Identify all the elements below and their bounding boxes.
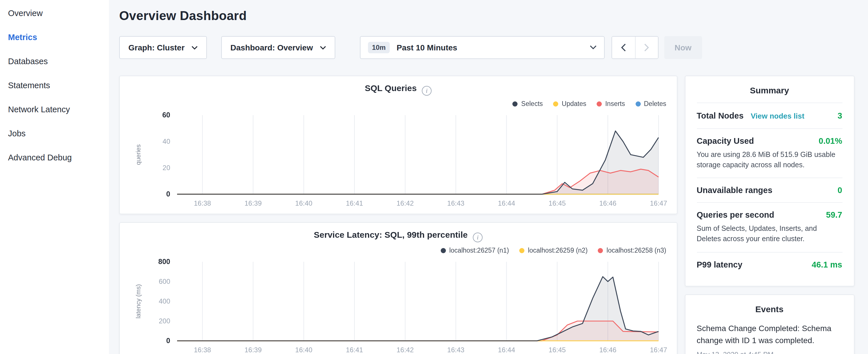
page-title: Overview Dashboard xyxy=(119,9,854,24)
svg-text:16:38: 16:38 xyxy=(194,199,211,207)
svg-text:600: 600 xyxy=(159,278,170,285)
svg-text:800: 800 xyxy=(158,257,170,265)
sidebar-item-statements[interactable]: Statements xyxy=(0,73,109,97)
sidebar-item-jobs[interactable]: Jobs xyxy=(0,122,109,146)
now-button[interactable]: Now xyxy=(664,36,702,59)
svg-text:16:43: 16:43 xyxy=(447,199,465,207)
chart-plot: 16:3816:3916:4016:4116:4216:4316:4416:45… xyxy=(124,256,671,354)
svg-text:16:44: 16:44 xyxy=(498,199,515,207)
svg-text:20: 20 xyxy=(162,164,170,171)
time-range-label: Past 10 Minutes xyxy=(397,43,457,52)
svg-text:16:40: 16:40 xyxy=(295,199,312,207)
legend-item[interactable]: Deletes xyxy=(635,100,666,107)
legend-label: Deletes xyxy=(644,100,666,107)
svg-text:16:47: 16:47 xyxy=(650,346,667,354)
summary-label: P99 latency xyxy=(696,260,743,269)
legend-dot-icon xyxy=(441,248,446,253)
chevron-down-icon xyxy=(191,45,198,50)
time-range-picker[interactable]: 10m Past 10 Minutes xyxy=(360,36,604,59)
sidebar-item-overview[interactable]: Overview xyxy=(0,1,109,25)
chart-title: Service Latency: SQL, 99th percentile xyxy=(314,230,468,239)
info-icon[interactable] xyxy=(422,86,432,95)
summary-row-unavailable-ranges: Unavailable ranges 0 xyxy=(696,178,842,202)
legend-label: localhost:26257 (n1) xyxy=(449,247,509,254)
svg-text:60: 60 xyxy=(162,111,170,119)
legend-dot-icon xyxy=(519,248,524,253)
summary-description: Sum of Selects, Updates, Inserts, and De… xyxy=(696,224,842,245)
chart-title-row: SQL Queries xyxy=(120,83,677,95)
chart-plot: 16:3816:3916:4016:4116:4216:4316:4416:45… xyxy=(124,109,671,212)
legend-dot-icon xyxy=(553,101,558,106)
dashboard-content: SQL Queries SelectsUpdatesInsertsDeletes… xyxy=(119,75,854,354)
sidebar-item-databases[interactable]: Databases xyxy=(0,49,109,73)
summary-value: 0.01% xyxy=(819,136,842,146)
time-range-badge: 10m xyxy=(368,42,390,53)
summary-card: Summary Total Nodes View nodes list 3 xyxy=(685,75,854,286)
summary-value: 0 xyxy=(838,186,842,195)
summary-value: 59.7 xyxy=(826,211,842,220)
legend-label: localhost:26258 (n3) xyxy=(607,247,666,254)
graph-selector-dropdown[interactable]: Graph: Cluster xyxy=(119,36,207,59)
chart-svg: 16:3816:3916:4016:4116:4216:4316:4416:45… xyxy=(124,256,671,354)
chevron-down-icon xyxy=(590,45,597,50)
chart-title-row: Service Latency: SQL, 99th percentile xyxy=(120,230,677,242)
charts-column: SQL Queries SelectsUpdatesInsertsDeletes… xyxy=(119,75,677,354)
svg-text:16:44: 16:44 xyxy=(498,346,515,354)
svg-text:16:46: 16:46 xyxy=(599,199,616,207)
svg-text:16:45: 16:45 xyxy=(549,199,566,207)
legend-item[interactable]: Inserts xyxy=(597,100,625,107)
svg-text:0: 0 xyxy=(166,190,170,198)
summary-value: 46.1 ms xyxy=(812,260,842,269)
legend-item[interactable]: localhost:26257 (n1) xyxy=(441,247,509,254)
time-nav-group xyxy=(612,36,658,59)
svg-text:40: 40 xyxy=(162,137,170,145)
view-nodes-list-link[interactable]: View nodes list xyxy=(751,112,804,120)
events-card: Events Schema Change Completed: Schema c… xyxy=(685,294,854,354)
dashboard-selector-label: Dashboard: Overview xyxy=(230,43,313,52)
legend-dot-icon xyxy=(513,101,518,106)
summary-row-capacity-used: Capacity Used 0.01% You are using 28.6 M… xyxy=(696,128,842,178)
chart-title: SQL Queries xyxy=(365,83,417,93)
summary-label: Capacity Used xyxy=(696,136,754,146)
svg-text:16:42: 16:42 xyxy=(397,199,414,207)
legend-dot-icon xyxy=(597,101,602,106)
svg-text:16:46: 16:46 xyxy=(599,346,616,354)
summary-label: Total Nodes xyxy=(696,111,744,120)
dashboard-selector-dropdown[interactable]: Dashboard: Overview xyxy=(221,36,335,59)
summary-label: Queries per second xyxy=(696,211,774,220)
time-forward-button[interactable] xyxy=(635,37,658,58)
event-message: Schema Change Completed: Schema change w… xyxy=(696,322,842,346)
chart-card-sql-queries: SQL Queries SelectsUpdatesInsertsDeletes… xyxy=(119,75,677,214)
svg-text:16:47: 16:47 xyxy=(650,199,667,207)
svg-text:16:41: 16:41 xyxy=(346,346,363,354)
svg-text:latency (ms): latency (ms) xyxy=(135,284,142,319)
legend-label: Inserts xyxy=(605,100,625,107)
sidebar-item-metrics[interactable]: Metrics xyxy=(0,25,109,49)
svg-text:16:41: 16:41 xyxy=(346,199,363,207)
summary-description: You are using 28.6 MiB of 515.9 GiB usab… xyxy=(696,150,842,170)
svg-text:200: 200 xyxy=(159,317,170,325)
chart-card-service-latency: Service Latency: SQL, 99th percentile lo… xyxy=(119,222,677,354)
svg-text:16:39: 16:39 xyxy=(244,346,261,354)
sidebar-item-network-latency[interactable]: Network Latency xyxy=(0,97,109,122)
summary-row-queries-per-second: Queries per second 59.7 Sum of Selects, … xyxy=(696,202,842,252)
summary-row-p99-latency: P99 latency 46.1 ms xyxy=(696,252,842,277)
sidebar-item-advanced-debug[interactable]: Advanced Debug xyxy=(0,146,109,169)
svg-text:queries: queries xyxy=(135,144,142,165)
legend-label: Selects xyxy=(521,100,543,107)
svg-text:400: 400 xyxy=(159,297,170,305)
legend-item[interactable]: Selects xyxy=(513,100,543,107)
legend-dot-icon xyxy=(635,101,641,106)
legend-item[interactable]: localhost:26259 (n2) xyxy=(519,247,587,254)
sidebar-nav: Overview Metrics Databases Statements Ne… xyxy=(0,0,109,354)
info-icon[interactable] xyxy=(473,232,483,242)
legend-item[interactable]: localhost:26258 (n3) xyxy=(598,247,666,254)
summary-value: 3 xyxy=(838,111,842,120)
legend-label: Updates xyxy=(562,100,586,107)
legend-item[interactable]: Updates xyxy=(553,100,586,107)
time-back-button[interactable] xyxy=(612,37,635,58)
svg-text:16:40: 16:40 xyxy=(295,346,312,354)
chart-svg: 16:3816:3916:4016:4116:4216:4316:4416:45… xyxy=(124,109,671,212)
svg-text:16:42: 16:42 xyxy=(397,346,414,354)
legend-label: localhost:26259 (n2) xyxy=(528,247,587,254)
